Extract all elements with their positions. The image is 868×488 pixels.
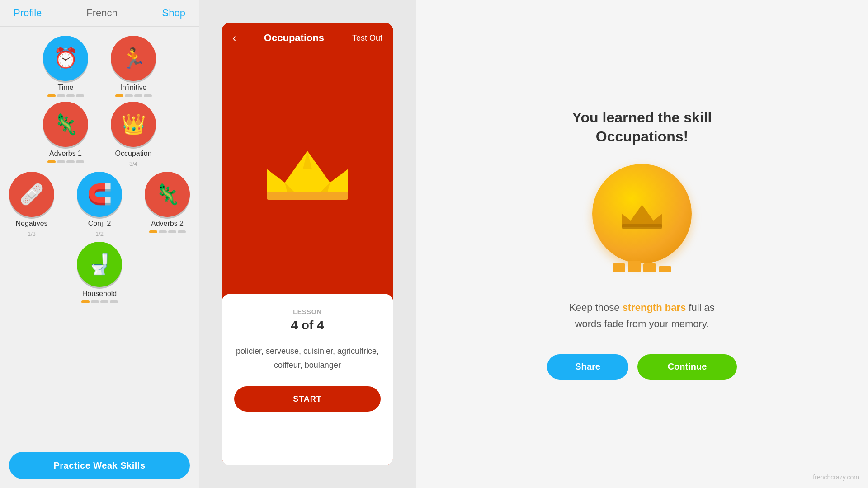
strength-bar-1 (613, 263, 625, 272)
skill-circle-adverbs2[interactable]: 🦎 (145, 172, 190, 217)
skill-circle-time[interactable]: ⏰ (43, 36, 88, 81)
skills-row-2: 🦎 Adverbs 1 👑 Occupation 3/4 (41, 102, 158, 167)
skill-circle-negatives[interactable]: 🩹 (9, 172, 54, 217)
continue-button[interactable]: Continue (637, 354, 737, 380)
skill-fraction-occupation: 3/4 (129, 160, 137, 167)
skill-name-occupation: Occupation (115, 150, 152, 158)
skill-name-time: Time (58, 84, 74, 92)
action-buttons: Share Continue (547, 354, 737, 380)
skill-name-household: Household (82, 290, 117, 298)
strength-bar-2 (628, 261, 641, 272)
strength-bars-highlight: strength bars (623, 302, 686, 313)
skill-circle-infinitive[interactable]: 🏃 (111, 36, 156, 81)
phone-header: ‹ Occupations Test Out (222, 23, 393, 53)
progress-bar (47, 94, 56, 97)
skill-fraction-negatives: 1/3 (28, 230, 36, 237)
medal-strength-bars (613, 261, 671, 272)
skills-row-3: 🩹 Negatives 1/3 🧲 Conj. 2 1/2 🦎 Adverbs … (7, 172, 192, 237)
progress-bar (57, 160, 65, 163)
progress-bar (47, 160, 56, 163)
skills-grid: ⏰ Time 🏃 Infinitive (0, 27, 199, 452)
back-button[interactable]: ‹ (232, 32, 236, 44)
skill-negatives: 🩹 Negatives 1/3 (7, 172, 57, 237)
progress-bar (57, 94, 65, 97)
progress-bar (100, 300, 108, 303)
lesson-words: policier, serveuse, cuisinier, agricultr… (234, 344, 381, 372)
skill-name-negatives: Negatives (15, 220, 47, 228)
progress-bar (81, 300, 90, 303)
progress-bar (76, 94, 84, 97)
language-title: French (86, 7, 117, 19)
crown-icon (262, 133, 353, 205)
lesson-card: LESSON 4 of 4 policier, serveuse, cuisin… (222, 294, 393, 465)
left-panel: Profile French Shop ⏰ Time 🏃 Infinitive (0, 0, 199, 488)
progress-bar (66, 94, 75, 97)
strength-bar-3 (643, 263, 656, 272)
strength-bar-4 (659, 266, 671, 272)
test-out-button[interactable]: Test Out (352, 33, 382, 43)
progress-bar (168, 230, 176, 233)
shop-link[interactable]: Shop (162, 7, 185, 19)
skill-conj2: 🧲 Conj. 2 1/2 (75, 172, 124, 237)
progress-bar (178, 230, 186, 233)
skills-row-4: 🚽 Household (75, 242, 124, 303)
progress-bar (149, 230, 157, 233)
right-panel: You learned the skillOccupations! Keep t… (416, 0, 868, 488)
profile-link[interactable]: Profile (14, 7, 42, 19)
skill-name-adverbs1: Adverbs 1 (49, 150, 82, 158)
medal-container (592, 164, 692, 263)
progress-bar (144, 94, 152, 97)
skill-circle-occupation[interactable]: 👑 (111, 102, 156, 147)
skill-circle-household[interactable]: 🚽 (77, 242, 122, 287)
phone-container: ‹ Occupations Test Out LESSON 4 of 4 pol… (222, 23, 393, 465)
lesson-label: LESSON (293, 308, 322, 315)
medal-icon (592, 164, 692, 263)
practice-weak-skills-button[interactable]: Practice Weak Skills (9, 452, 190, 479)
skill-circle-conj2[interactable]: 🧲 (77, 172, 122, 217)
skill-progress-infinitive (115, 94, 152, 97)
svg-marker-5 (622, 205, 662, 227)
middle-panel: ‹ Occupations Test Out LESSON 4 of 4 pol… (199, 0, 416, 488)
progress-bar (134, 94, 142, 97)
svg-rect-6 (622, 224, 662, 229)
start-button[interactable]: START (234, 386, 381, 412)
progress-bar (66, 160, 75, 163)
left-header: Profile French Shop (0, 0, 199, 27)
skill-circle-adverbs1[interactable]: 🦎 (43, 102, 88, 147)
progress-bar (91, 300, 99, 303)
completion-title: You learned the skillOccupations! (572, 108, 712, 146)
skill-adverbs2: 🦎 Adverbs 2 (142, 172, 192, 233)
progress-bar (110, 300, 118, 303)
skill-progress-time (47, 94, 84, 97)
progress-bar (125, 94, 133, 97)
skill-name-infinitive: Infinitive (120, 84, 147, 92)
progress-bar (115, 94, 123, 97)
medal-crown-icon (619, 196, 665, 232)
skill-household: 🚽 Household (75, 242, 124, 303)
skill-progress-household (81, 300, 118, 303)
crown-area (262, 53, 353, 294)
skill-infinitive: 🏃 Infinitive (108, 36, 158, 97)
skill-adverbs1: 🦎 Adverbs 1 (41, 102, 90, 163)
skills-row-1: ⏰ Time 🏃 Infinitive (41, 36, 158, 97)
skill-progress-adverbs1 (47, 160, 84, 163)
progress-bar (159, 230, 167, 233)
skill-name-conj2: Conj. 2 (88, 220, 111, 228)
skill-fraction-conj2: 1/2 (95, 230, 104, 237)
description-text: Keep those strength bars full aswords fa… (569, 300, 715, 331)
lesson-number: 4 of 4 (291, 318, 324, 333)
progress-bar (76, 160, 84, 163)
phone-screen-title: Occupations (264, 32, 324, 44)
skill-progress-adverbs2 (149, 230, 186, 233)
svg-rect-1 (267, 192, 348, 200)
skill-time: ⏰ Time (41, 36, 90, 97)
watermark: frenchcrazy.com (813, 474, 859, 481)
skill-name-adverbs2: Adverbs 2 (151, 220, 184, 228)
share-button[interactable]: Share (547, 354, 628, 380)
skill-occupation: 👑 Occupation 3/4 (108, 102, 158, 167)
